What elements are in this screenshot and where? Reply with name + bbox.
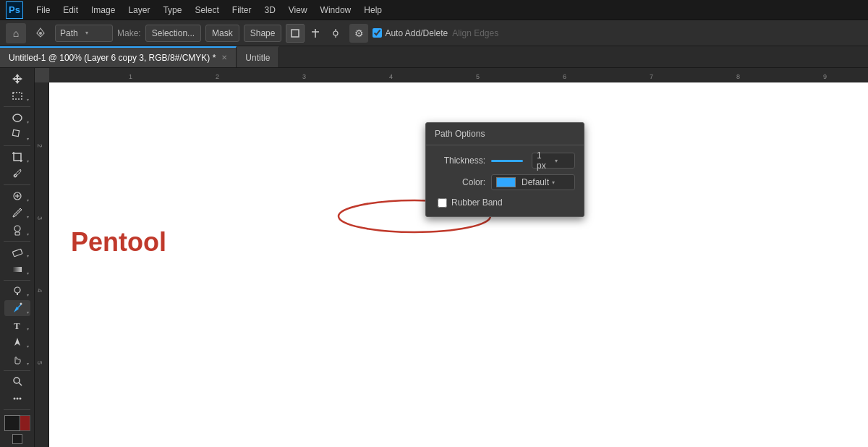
menu-filter[interactable]: Filter [226,4,258,17]
tab-bar: Untitled-1 @ 100% (Layer 6 copy 3, RGB/8… [0,46,868,68]
healing-brush-tool[interactable]: ▾ [4,188,30,204]
menu-select[interactable]: Select [189,4,224,17]
close-tab-button[interactable]: ✕ [221,54,227,61]
menu-bar: Ps File Edit Image Layer Type Select Fil… [0,0,868,20]
color-label: Color: [435,177,485,187]
menu-edit[interactable]: Edit [57,4,84,17]
svg-point-23 [13,397,15,399]
rubber-band-row: Rubber Band [435,196,575,209]
rectangle-select-tool[interactable]: ▾ [4,88,30,104]
eyedropper-tool[interactable] [4,166,30,182]
clone-stamp-tool[interactable]: ▾ [4,222,30,238]
svg-point-4 [333,31,338,35]
options-bar: ⌂ Path ▾ Make: Selection... Mask Shape [0,20,868,46]
tool-separator-7 [4,409,31,410]
tool-separator-4 [4,241,31,242]
lasso-tool[interactable]: ▾ [4,110,30,126]
menu-3d[interactable]: 3D [258,4,281,17]
color-dropdown[interactable]: Default ▾ [491,174,575,190]
svg-rect-7 [13,93,22,99]
shape-button[interactable]: Shape [244,25,282,42]
path-selection-tool[interactable]: ▾ [4,334,30,350]
home-button[interactable]: ⌂ [6,23,26,43]
zoom-tool[interactable] [4,373,30,389]
pentool-text: Pentool [71,227,166,257]
dodge-tool[interactable]: ▾ [4,283,30,299]
svg-point-0 [39,32,42,35]
align-edges-label: Align Edges [452,28,498,38]
path-options-popup: Path Options Thickness: 1 px ▾ Color: [425,122,584,217]
path-options-gear-button[interactable]: ⚙ [349,24,368,43]
tool-separator-3 [4,184,31,185]
color-swatches[interactable] [4,415,30,431]
swap-colors-icon[interactable] [12,434,22,444]
svg-rect-1 [292,30,299,37]
svg-point-8 [13,114,22,122]
pen-tool[interactable]: ▾ [4,300,30,316]
menu-items: File Edit Image Layer Type Select Filter… [30,4,388,17]
canvas-area[interactable]: 1 2 3 4 5 6 7 8 9 2 3 4 5 Pentool [35,68,868,447]
svg-point-25 [19,397,21,399]
vertical-ruler: 2 3 4 5 [35,82,49,447]
auto-add-delete-checkbox[interactable] [373,28,382,38]
menu-layer[interactable]: Layer [122,4,156,17]
eraser-tool[interactable]: ▾ [4,244,30,260]
menu-help[interactable]: Help [358,4,388,17]
svg-point-24 [16,397,18,399]
path-shape-icon[interactable] [286,24,305,43]
svg-rect-15 [15,232,20,235]
tool-separator-1 [4,106,31,107]
selection-button[interactable]: Selection... [145,25,201,42]
extra-tools[interactable] [4,391,30,406]
svg-rect-17 [13,267,22,272]
dropdown-arrow-icon: ▾ [85,30,108,36]
tool-separator-5 [4,280,31,281]
svg-point-21 [14,378,20,383]
menu-type[interactable]: Type [157,4,187,17]
rubber-band-checkbox[interactable] [438,198,447,208]
svg-text:T: T [14,320,20,331]
svg-rect-9 [12,130,19,137]
menu-file[interactable]: File [30,4,56,17]
hand-tool[interactable]: ▾ [4,352,30,367]
tool-separator-6 [4,370,31,371]
thickness-label: Thickness: [435,156,485,166]
thickness-row: Thickness: 1 px ▾ [435,153,575,169]
svg-line-22 [19,383,22,386]
menu-window[interactable]: Window [315,4,357,17]
brush-tool[interactable]: ▾ [4,205,30,221]
foreground-color-swatch[interactable] [4,415,20,431]
gradient-tool[interactable]: ▾ [4,261,30,277]
magic-wand-tool[interactable]: ▾ ▾ [4,127,30,143]
menu-image[interactable]: Image [85,4,121,17]
main-layout: ▾ ▾ ▾ ▾ ▾ ▾ ▾ ▾ [0,68,868,447]
tool-separator-2 [4,145,31,146]
svg-point-19 [20,302,22,305]
path-options-title: Path Options [426,123,584,145]
left-toolbar: ▾ ▾ ▾ ▾ ▾ ▾ ▾ ▾ [0,68,35,447]
menu-view[interactable]: View [283,4,313,17]
path-options-body: Thickness: 1 px ▾ Color: Default ▾ [426,145,584,216]
rubber-band-label: Rubber Band [451,197,503,208]
thickness-dropdown[interactable]: 1 px ▾ [532,153,575,169]
pen-tool-button[interactable] [30,23,51,43]
shape-icons [286,24,345,43]
color-dropdown-arrow-icon: ▾ [552,179,570,186]
thickness-dropdown-arrow-icon: ▾ [555,158,570,164]
svg-point-18 [14,287,20,293]
tab-untitled-2[interactable]: Untitle [237,46,279,67]
thickness-bar [491,160,523,162]
crop-tool[interactable]: ▾ [4,149,30,165]
tab-untitled-1[interactable]: Untitled-1 @ 100% (Layer 6 copy 3, RGB/8… [0,46,237,67]
type-tool[interactable]: T ▾ [4,318,30,333]
path-type-dropdown[interactable]: Path ▾ [55,25,113,42]
move-tool[interactable] [4,71,30,87]
mask-button[interactable]: Mask [205,25,239,42]
auto-add-delete-toggle[interactable]: Auto Add/Delete [373,28,448,38]
align-icon[interactable] [306,24,325,43]
color-row: Color: Default ▾ [435,174,575,190]
distribute-icon[interactable] [326,24,345,43]
horizontal-ruler: 1 2 3 4 5 6 7 8 9 [49,68,868,82]
ps-logo: Ps [6,1,23,19]
color-swatch-inline [496,177,516,187]
